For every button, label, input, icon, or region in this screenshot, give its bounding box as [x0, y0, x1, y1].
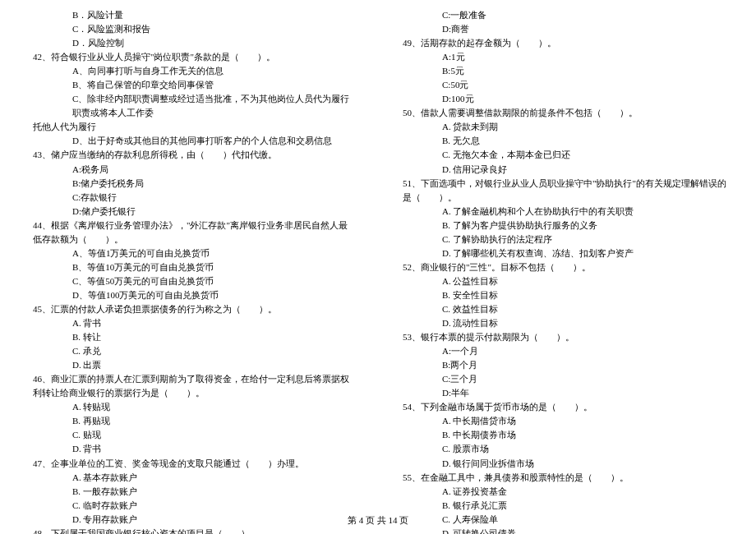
option: C. 承兑: [33, 344, 353, 358]
option: B. 安全性目标: [403, 288, 727, 302]
option: C、除非经内部职责调整或经过适当批准，不为其他岗位人员代为履行职责或将本人工作委: [33, 92, 353, 120]
option: A. 基本存款账户: [33, 471, 353, 485]
option: B、等值10万美元的可自由兑换货币: [33, 260, 353, 274]
question-44: 44、根据《离岸银行业务管理办法》，"外汇存款"离岸银行业务非居民自然人最低存款…: [33, 219, 353, 246]
option: B:储户委托税务局: [33, 177, 353, 191]
option: B. 转让: [33, 330, 353, 344]
option: D:商誉: [403, 22, 727, 36]
question-52: 52、商业银行的"三性"。目标不包括（ ）。: [403, 260, 727, 274]
option: D:100元: [403, 92, 727, 106]
option: D. 流动性目标: [403, 316, 727, 330]
question-51: 51、下面选项中，对银行业从业人员职业操守中"协助执行"的有关规定理解错误的是（…: [403, 177, 727, 205]
question-48: 48、下列属于我国商业银行核心资本的项目是（ ）。: [33, 527, 353, 534]
option: D. 出票: [33, 358, 353, 372]
option: C. 了解协助执行的法定程序: [403, 232, 727, 246]
question-45: 45、汇票的付款人承诺负担票据债务的行为称之为（ ）。: [33, 302, 353, 316]
question-43: 43、储户应当缴纳的存款利息所得税，由（ ）代扣代缴。: [33, 148, 353, 162]
question-42: 42、符合银行业从业人员操守"岗位职责"条款的是（ ）。: [33, 50, 353, 64]
question-50: 50、借款人需要调整借款期限的前提条件不包括（ ）。: [403, 106, 727, 120]
option: B. 一般存款账户: [33, 485, 353, 499]
option: D. 可转换公司债券: [403, 527, 727, 534]
question-54: 54、下列金融市场属于货币市场的是（ ）。: [403, 400, 727, 414]
option: A. 公益性目标: [403, 274, 727, 288]
option: A. 背书: [33, 316, 353, 330]
option: D．风险控制: [33, 36, 353, 50]
left-column: B．风险计量 C．风险监测和报告 D．风险控制 42、符合银行业从业人员操守"岗…: [0, 8, 378, 534]
option: B:两个月: [403, 358, 727, 372]
option: A、等值1万美元的可自由兑换货币: [33, 246, 353, 260]
option: B．风险计量: [33, 8, 353, 22]
option: D. 信用记录良好: [403, 163, 727, 177]
option: D、等值100万美元的可自由兑换货币: [33, 288, 353, 302]
question-47: 47、企事业单位的工资、奖金等现金的支取只能通过（ ）办理。: [33, 457, 353, 471]
option: C:50元: [403, 78, 727, 92]
option: B. 再贴现: [33, 414, 353, 428]
option-continuation: 托他人代为履行: [33, 120, 353, 134]
option: A. 了解金融机构和个人在协助执行中的有关职责: [403, 205, 727, 219]
option: C. 无拖欠本金，本期本金已归还: [403, 148, 727, 162]
right-column: C:一般准备 D:商誉 49、活期存款的起存金额为（ ）。 A:1元 B:5元 …: [378, 8, 756, 534]
option: A:税务局: [33, 163, 353, 177]
option: B. 银行承兑汇票: [403, 499, 727, 513]
option: A. 中长期借贷市场: [403, 414, 727, 428]
option: A、向同事打听与自身工作无关的信息: [33, 64, 353, 78]
option: B:5元: [403, 64, 727, 78]
option: D:储户委托银行: [33, 205, 353, 219]
question-53: 53、银行本票的提示付款期限为（ ）。: [403, 330, 727, 344]
option: B、将自己保管的印章交给同事保管: [33, 78, 353, 92]
option: C. 股票市场: [403, 442, 727, 456]
option: C、等值50万美元的可自由兑换货币: [33, 274, 353, 288]
option: A. 证券投资基金: [403, 485, 727, 499]
option: D、出于好奇或其他目的其他同事打听客户的个人信息和交易信息: [33, 134, 353, 148]
option: C. 临时存款账户: [33, 499, 353, 513]
option: C．风险监测和报告: [33, 22, 353, 36]
page-footer: 第 4 页 共 14 页: [0, 513, 756, 527]
option: D. 背书: [33, 442, 353, 456]
option: B. 了解为客户提供协助执行服务的义务: [403, 219, 727, 232]
option: C:三个月: [403, 372, 727, 386]
option: D. 了解哪些机关有权查询、冻结、扣划客户资产: [403, 246, 727, 260]
option: C. 效益性目标: [403, 302, 727, 316]
option: B. 中长期债券市场: [403, 428, 727, 442]
option: D:半年: [403, 386, 727, 400]
question-55: 55、在金融工具中，兼具债券和股票特性的是（ ）。: [403, 471, 727, 485]
option: A. 贷款未到期: [403, 120, 727, 134]
option: A:一个月: [403, 344, 727, 358]
option: C:一般准备: [403, 8, 727, 22]
option: A. 转贴现: [33, 400, 353, 414]
option: C. 贴现: [33, 428, 353, 442]
option: A:1元: [403, 50, 727, 64]
option: B. 无欠息: [403, 134, 727, 148]
option: C:存款银行: [33, 191, 353, 205]
question-46: 46、商业汇票的持票人在汇票到期前为了取得资金，在给付一定利息后将票据权利转让给…: [33, 372, 353, 400]
option: D. 银行间同业拆借市场: [403, 457, 727, 471]
question-49: 49、活期存款的起存金额为（ ）。: [403, 36, 727, 50]
exam-page: B．风险计量 C．风险监测和报告 D．风险控制 42、符合银行业从业人员操守"岗…: [0, 8, 756, 534]
